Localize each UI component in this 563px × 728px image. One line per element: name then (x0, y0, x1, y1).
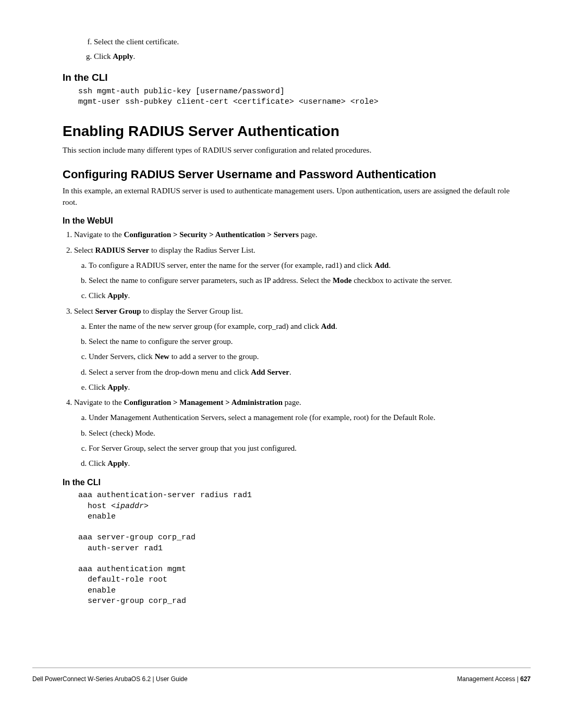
list-item: Click Apply. (89, 458, 521, 470)
text: Navigate to the (74, 230, 124, 239)
text: to display the Radius Server List. (149, 246, 255, 254)
footer-page-number: 627 (520, 675, 531, 683)
text: Select (74, 307, 95, 315)
bold-text: New (155, 352, 169, 361)
list-item: Select (check) Mode. (89, 427, 521, 439)
sublist: To configure a RADIUS server, enter the … (74, 260, 521, 302)
text: . (128, 383, 130, 391)
code-line: aaa authentication-server radius rad1 (78, 491, 252, 500)
text: . (335, 322, 337, 330)
code-italic: ipaddr (116, 502, 144, 511)
list-item: For Server Group, select the server grou… (89, 442, 521, 454)
paragraph: In this example, an external RADIUS serv… (63, 186, 521, 208)
text: Select a server from the drop-down menu … (89, 368, 251, 376)
list-item: To configure a RADIUS server, enter the … (89, 260, 521, 272)
code-line: enable (78, 586, 116, 595)
bold-text: Server Group (95, 307, 141, 315)
bold-text: Apply (107, 459, 128, 467)
text: to display the Server Group list. (141, 307, 243, 315)
bold-text: Apply (107, 291, 128, 300)
text: Navigate to the (74, 398, 124, 406)
text: . (289, 368, 291, 376)
bold-text: Add Server (251, 368, 289, 376)
text: Under Servers, click (89, 352, 155, 361)
heading-main: Enabling RADIUS Server Authentication (63, 123, 521, 140)
heading-sub: Configuring RADIUS Server Username and P… (63, 168, 521, 181)
code-line: enable (78, 512, 116, 521)
heading-cli-2: In the CLI (63, 478, 521, 487)
code-line: default-role root (78, 575, 167, 584)
text: page. (283, 398, 301, 406)
footer-left: Dell PowerConnect W-Series ArubaOS 6.2 |… (32, 675, 188, 683)
bold-text: RADIUS Server (95, 246, 149, 254)
bold-text: Add (374, 261, 389, 269)
text: Select (check) Mode. (89, 429, 155, 437)
code-line: host < (78, 502, 116, 511)
text: Select the client certificate. (94, 38, 179, 46)
bold-text: Apply (113, 52, 133, 60)
list-item: Navigate to the Configuration > Manageme… (74, 397, 521, 470)
footer-sep: | (515, 675, 520, 683)
bold-text: Mode (333, 276, 352, 285)
text: Click (94, 52, 113, 60)
list-item: Select Server Group to display the Serve… (74, 305, 521, 394)
list-item: Enter the name of the new server group (… (89, 320, 521, 332)
list-item: Select RADIUS Server to display the Radi… (74, 244, 521, 302)
code-line: aaa authentication mgmt (78, 565, 186, 574)
text: . (128, 459, 130, 467)
footer-section: Management Access (457, 675, 515, 683)
sublist: Under Management Authentication Servers,… (74, 412, 521, 470)
list-item: Select the name to configure server para… (89, 275, 521, 287)
text: Click (89, 459, 107, 467)
text: page. (299, 230, 317, 239)
list-item: Click Apply. (94, 51, 521, 63)
list-item: Select a server from the drop-down menu … (89, 366, 521, 378)
list-item: Click Apply. (89, 290, 521, 302)
bold-text: Configuration > Security > Authenticatio… (124, 230, 299, 239)
text: Enter the name of the new server group (… (89, 322, 321, 330)
text: . (389, 261, 391, 269)
text: Click (89, 291, 107, 300)
code-line: > (144, 502, 149, 511)
bold-text: Add (321, 322, 336, 330)
code-line: server-group corp_rad (78, 597, 186, 606)
top-sublist: Select the client certificate. Click App… (63, 36, 521, 63)
footer-right: Management Access | 627 (457, 675, 531, 683)
bold-text: Apply (107, 383, 128, 391)
text: . (133, 52, 135, 60)
heading-webui: In the WebUI (63, 216, 521, 226)
text: Under Management Authentication Servers,… (89, 413, 435, 422)
list-item: Click Apply. (89, 381, 521, 393)
text: checkbox to activate the server. (352, 276, 452, 285)
list-item: Select the client certificate. (94, 36, 521, 48)
sublist: Enter the name of the new server group (… (74, 320, 521, 393)
text: to add a server to the group. (169, 352, 259, 361)
code-block-2: aaa authentication-server radius rad1 ho… (78, 490, 521, 607)
page-footer: Dell PowerConnect W-Series ArubaOS 6.2 |… (32, 668, 531, 683)
paragraph: This section include many different type… (63, 145, 521, 156)
code-block-1: ssh mgmt-auth public-key [username/passw… (78, 87, 521, 108)
list-item: Under Servers, click New to add a server… (89, 351, 521, 363)
text: Select the name to configure server para… (89, 276, 333, 285)
document-page: Select the client certificate. Click App… (0, 0, 563, 698)
text: Click (89, 383, 107, 391)
text: For Server Group, select the server grou… (89, 444, 297, 452)
text: To configure a RADIUS server, enter the … (89, 261, 374, 269)
list-item: Navigate to the Configuration > Security… (74, 229, 521, 241)
heading-cli-1: In the CLI (63, 72, 521, 83)
list-item: Select the name to configure the server … (89, 336, 521, 348)
bold-text: Configuration > Management > Administrat… (124, 398, 283, 406)
text: Select (74, 246, 95, 254)
code-line: auth-server rad1 (78, 544, 163, 553)
text: . (128, 291, 130, 300)
text: Select the name to configure the server … (89, 337, 233, 346)
list-item: Under Management Authentication Servers,… (89, 412, 521, 424)
webui-steps: Navigate to the Configuration > Security… (63, 229, 521, 470)
code-line: aaa server-group corp_rad (78, 533, 195, 542)
